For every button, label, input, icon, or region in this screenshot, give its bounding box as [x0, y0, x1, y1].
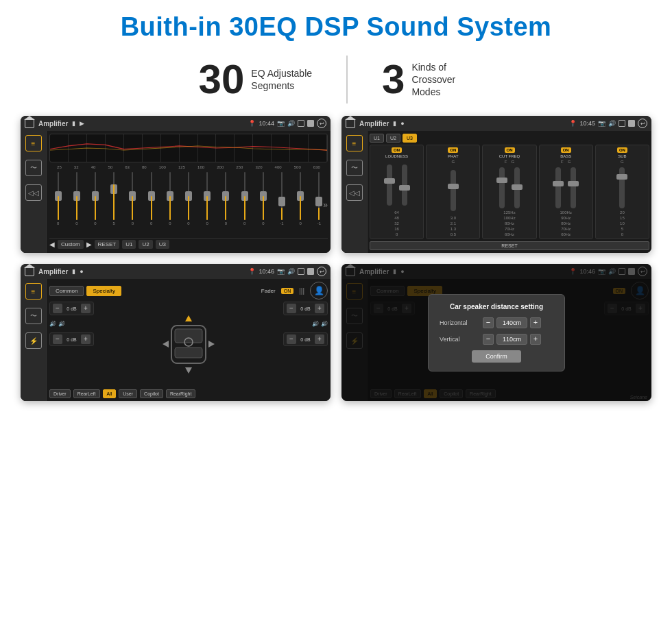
stat-crossover: 3 Kinds of Crossover Modes: [348, 59, 507, 100]
reset-btn-2[interactable]: RESET: [370, 241, 649, 250]
eq-slider-8[interactable]: 0: [199, 172, 216, 227]
horizontal-value: 140cm: [496, 317, 527, 328]
reset-btn[interactable]: RESET: [95, 240, 120, 249]
eq-slider-1[interactable]: 0: [68, 172, 85, 227]
home-icon-3[interactable]: [25, 267, 34, 276]
eq-slider-5[interactable]: 0: [143, 172, 160, 227]
screen-eq: Amplifier ▮ ▶ 📍 10:44 📷 🔊 ↩ ≡ 〜 ◁◁: [21, 116, 331, 253]
stat-eq-number: 30: [199, 59, 245, 100]
eq-graph: [49, 134, 328, 162]
vertical-row: Vertical − 110cm +: [440, 334, 553, 345]
home-icon-2[interactable]: [346, 119, 355, 128]
screen-crossover: Amplifier ▮ ● 📍 10:45 📷 🔊 ↩ ≡ 〜 ◁◁: [341, 116, 651, 253]
db-fl-value: 0 dB: [64, 306, 79, 311]
screen-distance: Amplifier ▮ ● 📍 10:46 📷 🔊 ↩ ≡ 〜 ⚡: [341, 264, 651, 401]
db-rr-plus[interactable]: +: [315, 334, 324, 344]
screen-content-1: ≡ 〜 ◁◁: [21, 131, 331, 253]
fader-slider-icon: |||: [299, 287, 304, 295]
wave-icon[interactable]: 〜: [25, 160, 42, 176]
channel-bass: ON BASS FG 100Hz90Hz80Hz70Hz60Hz: [539, 145, 593, 239]
app-title-2: Amplifier: [359, 120, 389, 127]
eq-slider-7[interactable]: 0: [180, 172, 197, 227]
preset-u1[interactable]: U1: [370, 134, 384, 143]
user-avatar[interactable]: 👤: [310, 282, 328, 300]
db-rl-minus[interactable]: −: [53, 334, 62, 344]
db-fr-value: 0 dB: [298, 306, 313, 311]
channel-cutfreq: ON CUT FREQ FG 125Hz100Hz80Hz70Hz60Hz: [482, 145, 536, 239]
crossover-presets: U1 U2 U3: [370, 134, 649, 143]
phat-label: PHAT: [448, 154, 459, 158]
speaker-icon[interactable]: ◁◁: [25, 184, 42, 201]
u3-btn[interactable]: U3: [156, 240, 169, 249]
eq-slider-0[interactable]: 0: [49, 172, 67, 227]
screens-grid: Amplifier ▮ ▶ 📍 10:44 📷 🔊 ↩ ≡ 〜 ◁◁: [0, 116, 672, 415]
channel-loudness: ON LOUDNESS 644832160: [370, 145, 424, 239]
back-icon-2[interactable]: ↩: [638, 119, 647, 128]
eq-sliders: 0 0 0 5 0 0 0 0 0 0 0 0 -1 0 -1 »: [49, 172, 328, 238]
eq-slider-12[interactable]: -1: [273, 172, 290, 227]
common-btn[interactable]: Common: [49, 286, 84, 296]
stat-crossover-number: 3: [382, 59, 405, 100]
eq-slider-14[interactable]: -1: [311, 172, 328, 227]
eq-slider-6[interactable]: 0: [161, 172, 178, 227]
wave-icon-3[interactable]: 〜: [25, 308, 42, 324]
db-fr-minus[interactable]: −: [287, 304, 296, 313]
eq-slider-13[interactable]: 0: [292, 172, 309, 227]
next-btn[interactable]: ▶: [86, 241, 92, 248]
db-fl-minus[interactable]: −: [53, 304, 62, 313]
eq-icon-3[interactable]: ≡: [25, 283, 42, 300]
db-fl-plus[interactable]: +: [81, 304, 91, 313]
record-icon-2: ▮: [393, 120, 396, 127]
db-fr-plus[interactable]: +: [315, 304, 324, 313]
preset-u3[interactable]: U3: [403, 134, 417, 143]
horizontal-minus[interactable]: −: [483, 317, 494, 328]
stat-eq-label: EQ Adjustable Segments: [251, 67, 312, 92]
forward-btn[interactable]: »: [323, 200, 328, 210]
nav-square-2: [619, 120, 625, 127]
eq-freq-labels: 253240 506380 100125160 200250320 400500…: [49, 165, 328, 169]
sub-label: SUB: [618, 154, 626, 158]
eq-slider-11[interactable]: 0: [254, 172, 272, 227]
eq-slider-2[interactable]: 0: [86, 172, 104, 227]
db-rr-minus[interactable]: −: [287, 334, 296, 344]
svg-marker-7: [208, 341, 215, 348]
wave-icon-2[interactable]: 〜: [346, 160, 363, 176]
crossover-channels: ON LOUDNESS 644832160 ON PHAT: [370, 145, 649, 239]
car-diagram-area: [97, 302, 280, 387]
back-icon-1[interactable]: ↩: [317, 119, 326, 128]
home-icon-1[interactable]: [25, 119, 34, 128]
back-icon-3[interactable]: ↩: [317, 267, 326, 276]
eq-slider-9[interactable]: 0: [217, 172, 235, 227]
rearright-btn[interactable]: RearRight: [166, 389, 196, 398]
driver-btn[interactable]: Driver: [49, 389, 71, 398]
eq-icon[interactable]: ≡: [25, 135, 42, 151]
user-btn[interactable]: User: [119, 389, 137, 398]
play-icon-1: ▶: [80, 120, 84, 127]
vertical-minus[interactable]: −: [483, 334, 494, 345]
camera-icon-1: 📷: [277, 120, 285, 127]
confirm-button[interactable]: Confirm: [472, 350, 521, 363]
eq-slider-10[interactable]: 0: [236, 172, 253, 227]
specialty-btn[interactable]: Specialty: [86, 286, 121, 296]
speaker-right-controls: − 0 dB + 🔊 🔊 − 0 dB +: [283, 302, 328, 387]
horizontal-plus[interactable]: +: [530, 317, 541, 328]
eq-icon-2[interactable]: ≡: [346, 135, 363, 151]
u1-btn[interactable]: U1: [122, 240, 136, 249]
u2-btn[interactable]: U2: [139, 240, 152, 249]
vertical-label: Vertical: [440, 336, 477, 343]
all-btn[interactable]: All: [103, 389, 117, 398]
preset-u2[interactable]: U2: [386, 134, 400, 143]
vertical-plus[interactable]: +: [530, 334, 541, 345]
bluetooth-icon[interactable]: ⚡: [25, 332, 42, 349]
rearleft-btn[interactable]: RearLeft: [73, 389, 100, 398]
eq-slider-4[interactable]: 0: [124, 172, 141, 227]
db-rl-plus[interactable]: +: [81, 334, 91, 344]
speaker-icon-2[interactable]: ◁◁: [346, 184, 363, 201]
copilot-btn[interactable]: Copilot: [140, 389, 163, 398]
horizontal-control: − 140cm +: [483, 317, 541, 328]
location-icon-1: 📍: [248, 120, 256, 127]
prev-btn[interactable]: ◀: [49, 241, 55, 248]
dot-icon-3: ●: [80, 268, 83, 275]
eq-slider-3[interactable]: 5: [106, 172, 123, 227]
screen-speaker: Amplifier ▮ ● 📍 10:46 📷 🔊 ↩ ≡ 〜 ⚡: [21, 264, 331, 401]
